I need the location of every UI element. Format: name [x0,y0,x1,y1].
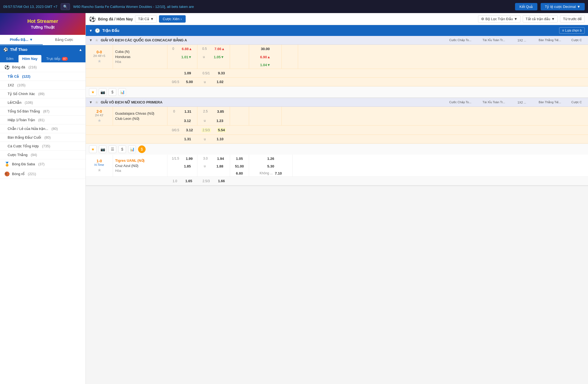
tab-bang-cuoc[interactable]: Bảng Cược [43,35,85,45]
tab-phieu-dat[interactable]: Phiếu Đặ... ▼ [0,35,43,45]
m3-bt2[interactable]: 5.30 [267,164,274,168]
star-icon[interactable]: ★ [95,38,99,43]
sidebar-item-tong-so[interactable]: Tổng Số Bàn Thắng (87) [0,107,85,116]
m3-1x2-1[interactable]: 1.05 [236,157,243,161]
m2-tai2[interactable]: 1.23 [216,119,223,123]
sidebar-item-ca-cuoc[interactable]: Cá Cược Tổng Hợp (735) [0,142,85,151]
sidebar-item-label: Lề/Chẵn [8,100,22,105]
dollar-circle-action[interactable]: $ [138,145,146,153]
ty-le-button[interactable]: Tỷ lệ cược Decimal ▼ [541,3,585,10]
match2-star[interactable]: ★ [97,118,101,123]
odds2[interactable]: 1.01▼ [181,55,192,59]
sidebar-item-bong-da[interactable]: ⚽ Bóng đá (216) [0,62,85,72]
extra2-v1[interactable]: 5.00 [186,80,193,84]
star-action[interactable]: ★ [89,88,97,96]
chevron-down-icon: ▼ [514,17,517,21]
match2-teams: Guadalajara Chivas (Nữ) Club Leon (Nữ) [113,107,167,125]
league-header-mexico[interactable]: ▼ ★ GIẢI VÔ ĐỊCH NỮ MEXICO PRIMERA Cước … [86,98,588,107]
col-header-tai-xiu: Tài Xỉu Toàn Tr... [477,100,510,104]
sidebar-item-tat-ca[interactable]: Tất Cả (122) [0,72,85,81]
extra2-v2[interactable]: 1.02 [217,80,223,84]
match-score: 0-0 [96,50,102,54]
m3-chap1[interactable]: 1.99 [186,157,192,161]
sidebar-item-1x2[interactable]: 1X2 (105) [0,81,85,90]
m2-odds2[interactable]: 3.12 [184,119,191,123]
collapse-icon[interactable]: ▼ [89,29,93,33]
sidebar-item-bong-da-saba[interactable]: 🏅 Bóng Đá Saba (37) [0,159,85,169]
m3-bt1[interactable]: 1.26 [267,157,274,161]
sidebar-item-ty-so[interactable]: Tỷ Số Chính Xác (89) [0,90,85,98]
lua-chon-button[interactable]: ≡ Lựa chọn b [559,27,585,34]
extra-v2[interactable]: 9.33 [218,71,225,75]
star-icon[interactable]: ★ [95,100,99,105]
odds1[interactable]: 6.88▲ [182,47,192,51]
match3-1x2-col: 1.05 51.00 6.80 [230,155,249,176]
m2-tai1[interactable]: 3.85 [217,109,224,114]
odds-tai2[interactable]: 1.05▼ [214,55,224,59]
ban-thang2[interactable]: 6.90▲ [260,55,270,59]
search-button[interactable]: 🔍 [61,3,70,10]
bo-loc-dropdown[interactable]: ⚙ Bộ Lọc Trận Đấu ▼ [478,15,520,23]
match2-cuoc-col [282,107,298,125]
extra-v1[interactable]: 1.09 [184,71,191,75]
star-action[interactable]: ★ [89,145,97,153]
chart-action[interactable]: 📊 [118,88,126,96]
match-star[interactable]: ★ [97,59,101,64]
tu-truoc-de-dropdown[interactable]: Từ trước đề [560,15,585,23]
saba-icon: 🏅 [4,161,10,167]
ban-thang3[interactable]: 1.04▼ [260,63,270,67]
match3-star[interactable]: ★ [97,167,101,173]
sidebar-item-hiep1[interactable]: Hiệp 1/Toàn Trận (81) [0,116,85,124]
draw-label: Hòa [115,59,165,64]
camera-action[interactable]: 📷 [99,145,106,153]
camera-action[interactable]: 📷 [99,88,106,96]
m3-1x2-3[interactable]: 6.80 [236,171,243,175]
collapse-icon[interactable]: ▼ [89,38,93,42]
chevron-up-icon: ▲ [79,48,82,52]
league-section-concacaf: ▼ ★ GIẢI VÔ ĐỊCH CÁC QUỐC GIA CONCACAF B… [86,36,588,98]
settings-icon: ≡ [562,29,564,32]
match-tigres-cruz: 1-0 H.Time ★ Tigres UANL (Nữ) Cruz Azul … [86,155,588,185]
datetime: 09:57:57AM Oct 13, 2023 GMT +7 [3,5,57,9]
ket-qua-button[interactable]: Kết Quả [515,3,537,10]
league-name: GIẢI VÔ ĐỊCH CÁC QUỐC GIA CONCACAF BẢNG … [101,38,443,42]
sidebar-item-label: Bóng Đá Saba [12,162,35,166]
dollar-action[interactable]: $ [109,88,116,96]
sub-tab-truc-tiep[interactable]: Trực tiếp 87 [42,55,72,62]
m3-tai1[interactable]: 1.94 [217,157,224,161]
match2-score: 2-0 [96,109,102,114]
col-header-1x2: 1X2 ... [512,101,531,104]
sidebar-item-label: Tổng Số Bàn Thắng [8,109,40,113]
team2-leon[interactable]: Club Leon (Nữ) [115,116,165,121]
league-header-concacaf[interactable]: ▼ ★ GIẢI VÔ ĐỊCH CÁC QUỐC GIA CONCACAF B… [86,36,588,45]
sidebar-item-label: Cá Cược Tổng Hợp [8,144,39,148]
the-thao-section-header[interactable]: ⚽ Thể Thao ▲ [0,45,85,54]
team1-guadalajara[interactable]: Guadalajara Chivas (Nữ) [115,111,165,116]
team1-name[interactable]: Cuba (N) [115,49,165,54]
cuoc-xien-button[interactable]: Cược Xiên › [159,15,186,23]
sidebar-item-bong-ro[interactable]: 🏀 Bóng rổ (221) [0,169,85,179]
tat-ca-tran-dropdown[interactable]: Tất cả trận đấu ▼ [523,15,558,23]
team2-cruz[interactable]: Cruz Azul (Nữ) [115,163,165,168]
list-action[interactable]: ☰ [109,145,116,153]
m3-tai2[interactable]: 1.88 [216,164,223,168]
sidebar-item-count: (105) [17,83,25,87]
sidebar-item-chan-le[interactable]: Chẵn / Lẻ của Nửa trận... (80) [0,124,85,133]
sidebar-item-le-chan[interactable]: Lề/Chẵn (106) [0,98,85,107]
tat-ca-dropdown[interactable]: Tất Cả ▼ [135,15,157,23]
m2-odds1[interactable]: 1.31 [184,109,191,114]
m3-chap2[interactable]: 1.85 [184,164,191,168]
sub-tab-som[interactable]: Sớm [2,55,17,62]
m3-bt3[interactable]: 7.10 [275,171,282,175]
collapse-icon[interactable]: ▼ [89,100,93,104]
dollar-action[interactable]: $ [118,145,126,153]
m3-1x2-2[interactable]: 51.00 [235,164,244,168]
team2-name[interactable]: Honduras [115,54,165,59]
sub-tab-hom-nay[interactable]: Hôm Nay [19,55,41,62]
ban-thang1[interactable]: 30.00 [261,47,270,51]
team1-tigres[interactable]: Tigres UANL (Nữ) [115,158,165,163]
sidebar-item-cuoc-thang[interactable]: Cược Thắng (94) [0,151,85,159]
chart-action[interactable]: 📊 [128,145,136,153]
odds-tai1[interactable]: 7.66▲ [215,47,225,51]
sidebar-item-ban-thang[interactable]: Bàn thắng Đầu/ Cuối (80) [0,133,85,142]
